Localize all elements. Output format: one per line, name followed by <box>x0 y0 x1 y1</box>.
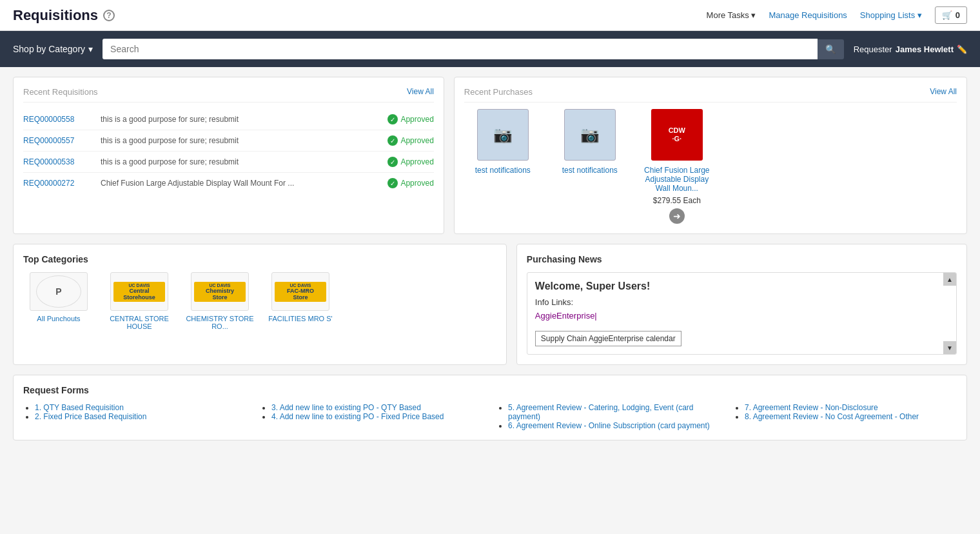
forms-grid: 1. QTY Based Requisition 2. Fixed Price … <box>23 403 957 430</box>
list-item: 8. Agreement Review - No Cost Agreement … <box>745 412 957 421</box>
approved-icon: ✓ <box>387 157 398 167</box>
purchase-image-placeholder: 📷 <box>564 109 616 161</box>
cart-count: 0 <box>956 10 960 20</box>
category-item-central[interactable]: UC DAVIS Central Storehouse CENTRAL STOR… <box>104 272 175 330</box>
approved-icon: ✓ <box>387 114 398 124</box>
category-item-punchout[interactable]: P All Punchouts <box>23 272 94 330</box>
punchout-logo-img: P <box>30 272 88 311</box>
purchases-grid: 📷 test notifications 📷 test notification… <box>464 109 957 224</box>
requisitions-table: REQ00000558 this is a good purpose for s… <box>23 109 434 193</box>
search-input[interactable] <box>103 39 818 59</box>
purchase-arrow-button[interactable]: ➜ <box>669 208 685 224</box>
cdwg-logo: CDW ·G· <box>651 109 703 161</box>
form-link[interactable]: 1. QTY Based Requisition <box>35 403 124 412</box>
form-link[interactable]: 7. Agreement Review - Non-Disclosure <box>745 403 878 412</box>
list-item: 7. Agreement Review - Non-Disclosure <box>745 403 957 412</box>
req-card-title: Recent Requisitions <box>23 87 98 97</box>
recent-purchases-card: Recent Purchases View All 📷 test notific… <box>454 77 967 234</box>
req-desc: this is a good purpose for sure; resubmi… <box>101 157 381 166</box>
cart-button[interactable]: 🛒 0 <box>935 6 967 24</box>
purchases-view-all-link[interactable]: View All <box>930 87 957 97</box>
purchase-price: $279.55 Each <box>653 196 701 205</box>
req-id-link[interactable]: REQ00000558 <box>23 115 94 124</box>
search-button[interactable]: 🔍 <box>818 39 844 59</box>
table-row: REQ00000557 this is a good purpose for s… <box>23 130 434 152</box>
category-name: FACILITIES MRO S' <box>268 315 332 322</box>
approved-icon: ✓ <box>387 178 398 188</box>
list-item: 4. Add new line to existing PO - Fixed P… <box>271 412 484 421</box>
table-row: REQ00000272 Chief Fusion Large Adjustabl… <box>23 173 434 193</box>
purchases-card-title: Recent Purchases <box>464 87 533 97</box>
purchase-image-placeholder: 📷 <box>477 109 529 161</box>
top-categories-card: Top Categories P All Punchouts UC DA <box>13 244 507 365</box>
search-input-wrap: 🔍 <box>103 39 844 59</box>
news-panel: Welcome, Super Users! Info Links: AggieE… <box>527 272 957 355</box>
category-item-chemistry[interactable]: UC DAVIS Chemistry Store CHEMISTRY STORE… <box>184 272 255 330</box>
form-link[interactable]: 5. Agreement Review - Catering, Lodging,… <box>508 403 693 421</box>
req-status: ✓ Approved <box>387 114 433 124</box>
purchase-name-link[interactable]: test notifications <box>475 166 531 175</box>
purchase-name-link[interactable]: Chief Fusion Large Adjustable Display Wa… <box>638 166 716 193</box>
list-item: 1. QTY Based Requisition <box>35 403 247 412</box>
req-desc: Chief Fusion Large Adjustable Display Wa… <box>101 179 381 188</box>
list-item: 3. Add new line to existing PO - QTY Bas… <box>271 403 484 412</box>
req-desc: this is a good purpose for sure; resubmi… <box>101 115 381 124</box>
news-aggie-link[interactable]: AggieEnterprise| <box>535 311 948 321</box>
facmro-store-img: UC DAVIS FAC-MRO Store <box>271 272 329 311</box>
chemistry-store-img: UC DAVIS Chemistry Store <box>191 272 249 311</box>
cart-icon: 🛒 <box>942 10 952 20</box>
search-icon: 🔍 <box>825 44 836 54</box>
req-id-link[interactable]: REQ00000557 <box>23 136 94 145</box>
purchase-item: CDW ·G· Chief Fusion Large Adjustable Di… <box>638 109 716 224</box>
help-icon[interactable]: ? <box>103 10 115 21</box>
shopping-lists-link[interactable]: Shopping Lists ▾ <box>860 10 922 20</box>
scroll-down-button[interactable]: ▼ <box>943 341 956 354</box>
top-header: Requisitions ? More Tasks ▾ Manage Requi… <box>0 0 980 31</box>
purchase-item: 📷 test notifications <box>551 109 629 224</box>
req-id-link[interactable]: REQ00000538 <box>23 157 94 166</box>
form-column-3: 5. Agreement Review - Catering, Lodging,… <box>496 403 720 430</box>
category-name: CHEMISTRY STORE RO... <box>184 315 255 330</box>
page-title: Requisitions ? <box>13 7 707 24</box>
more-tasks-button[interactable]: More Tasks ▾ <box>707 10 756 20</box>
req-view-all-link[interactable]: View All <box>407 87 434 97</box>
purchasing-news-title: Purchasing News <box>527 254 957 264</box>
purchase-name-link[interactable]: test notifications <box>562 166 618 175</box>
form-column-1: 1. QTY Based Requisition 2. Fixed Price … <box>23 403 247 430</box>
req-status: ✓ Approved <box>387 135 433 146</box>
req-card-header: Recent Requisitions View All <box>23 87 434 103</box>
form-link[interactable]: 2. Fixed Price Based Requisition <box>35 412 146 421</box>
chevron-down-icon: ▾ <box>88 44 93 54</box>
bottom-row: Top Categories P All Punchouts UC DA <box>13 244 967 365</box>
cards-row: Recent Requisitions View All REQ00000558… <box>13 77 967 234</box>
table-row: REQ00000558 this is a good purpose for s… <box>23 109 434 130</box>
news-info: Info Links: <box>535 297 948 307</box>
purchasing-news-card: Purchasing News Welcome, Super Users! In… <box>516 244 967 365</box>
purchases-card-header: Recent Purchases View All <box>464 87 957 103</box>
news-calendar-link[interactable]: Supply Chain AggieEnterprise calendar <box>535 331 681 346</box>
manage-requisitions-link[interactable]: Manage Requisitions <box>769 10 847 20</box>
req-status: ✓ Approved <box>387 157 433 167</box>
form-link[interactable]: 3. Add new line to existing PO - QTY Bas… <box>271 403 421 412</box>
shop-by-category-button[interactable]: Shop by Category ▾ <box>13 44 93 54</box>
camera-icon: 📷 <box>493 126 513 144</box>
top-nav: More Tasks ▾ Manage Requisitions Shoppin… <box>707 6 967 24</box>
requester-label: Requester <box>854 44 892 54</box>
list-item: 2. Fixed Price Based Requisition <box>35 412 247 421</box>
camera-icon: 📷 <box>580 126 600 144</box>
scroll-up-button[interactable]: ▲ <box>943 273 956 286</box>
edit-requester-icon[interactable]: ✏️ <box>957 44 967 54</box>
top-categories-title: Top Categories <box>23 254 496 264</box>
categories-grid: P All Punchouts UC DAVIS Central Storeho… <box>23 272 496 330</box>
search-bar: Shop by Category ▾ 🔍 Requester James Hew… <box>0 31 980 67</box>
request-forms-title: Request Forms <box>23 385 957 395</box>
category-item-facmro[interactable]: UC DAVIS FAC-MRO Store FACILITIES MRO S' <box>265 272 336 330</box>
req-id-link[interactable]: REQ00000272 <box>23 179 94 188</box>
requester-area: Requester James Hewlett ✏️ <box>854 44 967 54</box>
form-link[interactable]: 4. Add new line to existing PO - Fixed P… <box>271 412 444 421</box>
form-link[interactable]: 8. Agreement Review - No Cost Agreement … <box>745 412 919 421</box>
recent-requisitions-card: Recent Requisitions View All REQ00000558… <box>13 77 444 234</box>
form-column-2: 3. Add new line to existing PO - QTY Bas… <box>260 403 484 430</box>
approved-icon: ✓ <box>387 135 398 146</box>
form-link[interactable]: 6. Agreement Review - Online Subscriptio… <box>508 421 710 430</box>
